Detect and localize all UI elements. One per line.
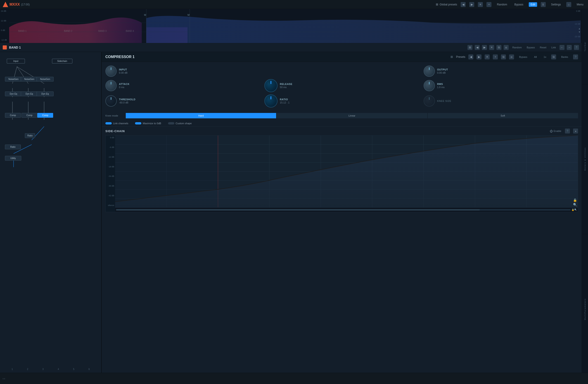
param-attack-info: ATTACK 0 ms <box>119 83 260 89</box>
logo-icon <box>3 2 8 7</box>
close-preset-button[interactable]: ✕ <box>478 2 483 7</box>
band-paste-button[interactable]: ⧈ <box>504 45 509 50</box>
knob-threshold[interactable] <box>105 95 117 107</box>
param-attack: ATTACK 0 ms <box>105 79 260 92</box>
graph-controls: 🔒 🔍 <box>573 198 577 207</box>
node-comp-2[interactable]: Comp <box>21 113 37 118</box>
knee-linear-button[interactable]: Linear <box>277 113 427 118</box>
comp-help-button[interactable]: ? <box>573 55 578 59</box>
band-grid-button[interactable]: ⊞ <box>467 45 472 50</box>
node-dyneq-1[interactable]: Dyn Eq <box>5 92 22 96</box>
knee-hard-button[interactable]: Hard <box>126 113 276 118</box>
scrollbar-track[interactable] <box>116 209 571 211</box>
col-label-6: 6 <box>82 368 97 370</box>
knob-knee-size[interactable] <box>424 95 435 107</box>
scrollbar-thumb[interactable] <box>116 209 480 211</box>
param-input-name: INPUT <box>119 68 260 71</box>
band-help-button[interactable]: ? <box>574 45 579 50</box>
scroll-arrows[interactable]: ‹ › <box>3 377 5 380</box>
app-version: (17:00) <box>21 3 30 6</box>
node-comp-3[interactable]: Comp <box>37 113 53 118</box>
comp-add-button[interactable]: + <box>493 55 498 59</box>
comp-banks-button[interactable]: Banks <box>559 55 570 59</box>
power-icon: ⏻ <box>550 129 553 133</box>
param-ratio-name: RATIO <box>280 98 419 101</box>
menu-button[interactable]: Menu <box>575 2 585 7</box>
node-input[interactable]: Input <box>7 59 25 63</box>
sidechain-header: SIDE-CHAIN ⏻ Enable ? ⬧ <box>102 127 582 135</box>
band-arrow-right[interactable]: → <box>567 45 572 50</box>
band-prev-button[interactable]: ◀ <box>475 45 480 50</box>
knob-rms[interactable] <box>424 80 435 91</box>
knob-ratio[interactable] <box>264 95 277 108</box>
knob-attack[interactable] <box>105 80 117 91</box>
comp-paste-button[interactable]: ⧈ <box>509 55 514 59</box>
param-attack-value: 0 ms <box>119 86 260 89</box>
band-link-button[interactable]: Link <box>550 46 557 49</box>
comp-prev-button[interactable]: ◀ <box>468 55 473 59</box>
node-comp-1[interactable]: Comp <box>5 113 21 118</box>
comp-close-button[interactable]: ✕ <box>485 55 490 59</box>
node-utility[interactable]: Utility <box>5 156 21 161</box>
bottom-bar: ‹ › <box>0 373 588 384</box>
spectrum-scroll-up[interactable]: ▲ <box>578 27 581 30</box>
info-button[interactable]: ℹ <box>541 2 546 7</box>
sidebar-toolbar[interactable]: Toolbar <box>582 9 588 84</box>
node-dyneq-3[interactable]: Dyn Eq <box>37 92 54 96</box>
knob-input[interactable] <box>105 65 117 77</box>
params-area: INPUT 0.00 dB OUTPUT 0.00 dB ATTACK 0 ms <box>102 62 582 111</box>
node-noisegen-3[interactable]: NoiseGen <box>37 77 54 81</box>
band-next-button[interactable]: ▶ <box>482 45 487 50</box>
comp-next-button[interactable]: ▶ <box>477 55 482 59</box>
band-copy-button[interactable]: ⧉ <box>496 45 501 50</box>
node-noisegen-2[interactable]: NoiseGen <box>21 77 38 81</box>
band-close-button[interactable]: ✕ <box>489 45 494 50</box>
edit-button[interactable]: Edit <box>529 2 537 7</box>
sidebar-meters[interactable]: Meters & Utilities <box>582 84 588 234</box>
knob-output[interactable] <box>424 65 435 77</box>
band-arrow-left[interactable]: ← <box>560 45 565 50</box>
knob-release[interactable] <box>264 79 277 92</box>
settings-button[interactable]: Settings <box>549 2 563 7</box>
random-button[interactable]: Random <box>495 2 509 7</box>
add-preset-button[interactable]: + <box>486 2 491 7</box>
svg-text:BAND 1: BAND 1 <box>18 30 27 32</box>
node-sidechain[interactable]: Sidechain <box>52 59 72 63</box>
comp-screen-button[interactable]: ⧉ <box>551 55 556 59</box>
toggle-maximize-led[interactable] <box>135 122 141 124</box>
toggle-link-led[interactable] <box>105 122 112 124</box>
comp-title: COMPRESSOR 1 <box>105 55 135 59</box>
grid-icon: ⊞ <box>436 3 438 6</box>
band-bypass-button[interactable]: Bypass <box>525 46 536 49</box>
graph-scroll-lock[interactable]: 🔒 <box>571 209 574 211</box>
sidechain-enable-button[interactable]: ⏻ Enable <box>550 129 561 133</box>
graph-scroll-zoom[interactable]: 🔍 <box>574 209 577 211</box>
band-reset-button[interactable]: Reset <box>539 46 548 49</box>
global-presets[interactable]: ⊞ Global presets <box>436 3 457 6</box>
graph-zoom-button[interactable]: 🔍 <box>573 203 577 207</box>
node-noisegen-1[interactable]: NoiseGen <box>5 77 22 81</box>
node-ratio-popup[interactable]: Ratio <box>25 133 35 138</box>
knee-soft-button[interactable]: Soft <box>428 113 578 118</box>
spectrum-scroll-down[interactable]: ▼ <box>578 31 581 33</box>
chain-grid: Input Sidechain NoiseGen NoiseGen NoiseG… <box>0 52 101 373</box>
comp-1x-button[interactable]: 1x <box>542 55 548 59</box>
bypass-button[interactable]: Bypass <box>513 2 525 7</box>
param-rms: RMS 1.0 ms <box>424 79 578 92</box>
app-logo: MXXX (17:00) <box>3 2 30 7</box>
node-ratio-1[interactable]: Ratio <box>5 145 21 149</box>
sidechain-help-button[interactable]: ? <box>565 129 570 134</box>
node-dyneq-2[interactable]: Dyn Eq <box>21 92 38 96</box>
sidebar-multiparams[interactable]: MultiParameters <box>582 234 588 384</box>
toggle-custom-led[interactable] <box>168 122 174 124</box>
home-button[interactable]: ⌂ <box>566 2 571 7</box>
band-random-button[interactable]: Random <box>511 46 523 49</box>
comp-all-button[interactable]: All <box>532 55 539 59</box>
sidechain-expand-button[interactable]: ⬧ <box>573 129 578 134</box>
param-ratio-info: RATIO 15.12 : 1 <box>280 98 419 104</box>
nav-next-button[interactable]: ▶ <box>469 2 474 7</box>
comp-copy-button[interactable]: ⧉ <box>501 55 506 59</box>
comp-bypass-button[interactable]: Bypass <box>517 55 529 59</box>
nav-prev-button[interactable]: ◀ <box>461 2 466 7</box>
graph-lock-button[interactable]: 🔒 <box>573 198 577 202</box>
